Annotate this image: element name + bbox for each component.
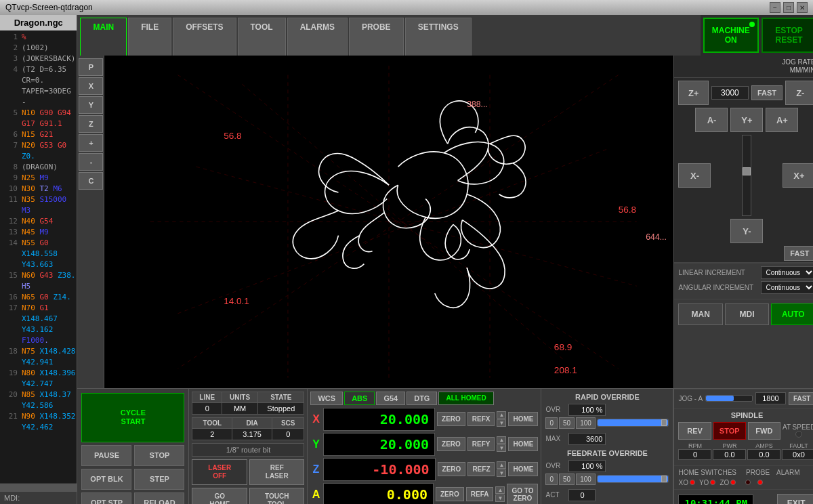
auto-btn[interactable]: AUTO <box>771 303 813 325</box>
nav-tab-settings[interactable]: SETTINGS <box>405 18 472 56</box>
x-home-btn[interactable]: HOME <box>508 412 538 426</box>
viewport-btn-c[interactable]: C <box>79 172 103 190</box>
z-zero-btn[interactable]: ZERO <box>438 462 466 476</box>
x-up-arrow[interactable]: ▲ <box>497 411 506 419</box>
nav-tab-offsets[interactable]: OFFSETS <box>173 18 236 56</box>
axis-tab-all-homed[interactable]: ALL HOMED <box>438 392 493 405</box>
minimize-btn[interactable]: − <box>770 2 780 13</box>
jog-a-slider[interactable] <box>705 395 753 402</box>
touch-tool-btn[interactable]: TOUCHTOOL <box>249 488 305 504</box>
a-up-arrow[interactable]: ▲ <box>495 486 505 494</box>
go-home-btn[interactable]: GOHOME <box>192 488 247 504</box>
estop-reset-button[interactable]: ESTOP RESET <box>762 18 813 53</box>
rapid-slider-track[interactable] <box>597 419 669 427</box>
a-go-to-zero-btn[interactable]: GO TOZERO <box>507 484 538 504</box>
fast-jog-btn[interactable]: FAST <box>789 392 813 405</box>
a-down-arrow[interactable]: ▼ <box>495 495 505 502</box>
pause-btn[interactable]: PAUSE <box>81 445 131 466</box>
stop-btn[interactable]: STOP <box>134 445 184 466</box>
fast-bottom-btn[interactable]: FAST <box>784 246 813 261</box>
x-zero-btn[interactable]: ZERO <box>437 412 465 426</box>
viewport-btn-z[interactable]: Z <box>79 115 103 133</box>
y-zero-btn[interactable]: ZERO <box>437 437 465 451</box>
axis-tab-dtg[interactable]: DTG <box>406 392 437 405</box>
x-refx-btn[interactable]: REFX <box>467 412 495 426</box>
machine-on-button[interactable]: MACHINEON <box>703 18 759 53</box>
code-line: 17N70 G1 X148.467 Y43.162 F1000. <box>1 303 75 346</box>
viewport-btn-p[interactable]: P <box>79 58 103 76</box>
jog-a-fill <box>706 396 734 401</box>
opt-blk-btn[interactable]: OPT BLK <box>81 469 131 490</box>
close-btn[interactable]: ✕ <box>797 2 808 13</box>
feed-slider-fill <box>598 476 669 482</box>
jog-rate-input[interactable] <box>711 86 749 100</box>
z-down-arrow[interactable]: ▼ <box>497 469 506 477</box>
a-zero-btn[interactable]: ZERO <box>436 487 464 501</box>
reload-btn[interactable]: RELOAD <box>134 492 184 504</box>
y-minus-btn[interactable]: Y- <box>730 219 763 243</box>
mdi-btn[interactable]: MDI <box>725 303 769 325</box>
y-refy-btn[interactable]: REFY <box>467 437 495 451</box>
code-area[interactable]: 1%2(1002)3(JOKERSBACK)4(T2 D=6.35 CR=0. … <box>0 30 77 483</box>
feed-50-btn[interactable]: 50 <box>559 474 575 485</box>
horizontal-scrollbar[interactable] <box>0 483 77 491</box>
x-down-arrow[interactable]: ▼ <box>497 419 506 427</box>
rapid-0-btn[interactable]: 0 <box>545 417 558 429</box>
y-up-arrow[interactable]: ▲ <box>497 436 506 444</box>
axis-tab-wcs[interactable]: WCS <box>310 392 343 405</box>
a-plus-btn[interactable]: A+ <box>766 108 798 132</box>
rev-btn[interactable]: REV <box>678 422 711 440</box>
y-home-btn[interactable]: HOME <box>508 437 538 451</box>
z-minus-btn[interactable]: Z- <box>785 81 813 105</box>
axis-tab-g54[interactable]: G54 <box>376 392 405 405</box>
ref-laser-btn[interactable]: REFLASER <box>249 459 305 485</box>
man-btn[interactable]: MAN <box>678 303 722 325</box>
feed-0-btn[interactable]: 0 <box>545 474 558 485</box>
jog-slider[interactable] <box>742 135 751 216</box>
machine-on-label: MACHINEON <box>712 26 750 45</box>
alarm-label: ALARM <box>776 469 799 476</box>
y-down-arrow[interactable]: ▼ <box>497 444 506 452</box>
a-minus-btn[interactable]: A- <box>695 108 728 132</box>
nav-tab-main[interactable]: MAIN <box>80 18 127 56</box>
canvas-area[interactable]: 56.8 56.8 14.0.1 68.9 208.1 644... 388..… <box>104 56 673 388</box>
amps-value: 0.0 <box>747 449 780 460</box>
z-axis-row: Z -10.000 ZERO REFZ ▲ ▼ HOME <box>310 458 538 481</box>
feed-slider-track[interactable] <box>597 475 669 483</box>
x-plus-btn[interactable]: X+ <box>783 163 813 188</box>
viewport-btn-+[interactable]: + <box>79 134 103 152</box>
opt-stp-btn[interactable]: OPT STP <box>81 492 131 504</box>
nav-tab-probe[interactable]: PROBE <box>349 18 404 56</box>
laser-off-btn[interactable]: LASEROFF <box>192 459 247 485</box>
angular-inc-select[interactable]: Continuous <box>761 281 813 294</box>
nav-tab-tool[interactable]: TOOL <box>238 18 286 56</box>
cycle-start-btn[interactable]: CYCLESTART <box>81 393 184 442</box>
viewport-btn--[interactable]: - <box>79 153 103 171</box>
viewport-btn-x[interactable]: X <box>79 77 103 95</box>
z-up-arrow[interactable]: ▲ <box>497 461 506 469</box>
fast-btn[interactable]: FAST <box>751 85 783 100</box>
nav-tab-alarms[interactable]: ALARMS <box>287 18 348 56</box>
maximize-btn[interactable]: □ <box>783 2 794 13</box>
z-plus-btn[interactable]: Z+ <box>678 81 708 105</box>
z-axis-value: -10.000 <box>323 458 435 481</box>
feed-100-btn[interactable]: 100 <box>576 474 596 485</box>
step-btn[interactable]: STEP <box>134 469 184 490</box>
a-refa-btn[interactable]: REFA <box>466 487 494 501</box>
exit-btn[interactable]: EXIT <box>777 494 813 504</box>
code-line: 15N60 G43 Z38. H5 <box>1 270 75 292</box>
home-switches-label: HOME SWITCHES <box>678 469 736 476</box>
spindle-stop-btn[interactable]: STOP <box>713 422 746 440</box>
fwd-btn[interactable]: FWD <box>748 422 780 440</box>
viewport-btn-y[interactable]: Y <box>79 96 103 114</box>
linear-inc-select[interactable]: Continuous <box>761 266 813 279</box>
z-home-btn[interactable]: HOME <box>508 462 538 476</box>
axis-tab-abs[interactable]: ABS <box>344 392 375 405</box>
y-plus-btn[interactable]: Y+ <box>730 108 763 132</box>
x-minus-btn[interactable]: X- <box>678 163 711 188</box>
rapid-100-btn[interactable]: 100 <box>576 417 596 429</box>
z-refz-btn[interactable]: REFZ <box>467 462 495 476</box>
rapid-50-btn[interactable]: 50 <box>559 417 575 429</box>
code-line: 1% <box>1 32 75 43</box>
nav-tab-file[interactable]: FILE <box>128 18 171 56</box>
